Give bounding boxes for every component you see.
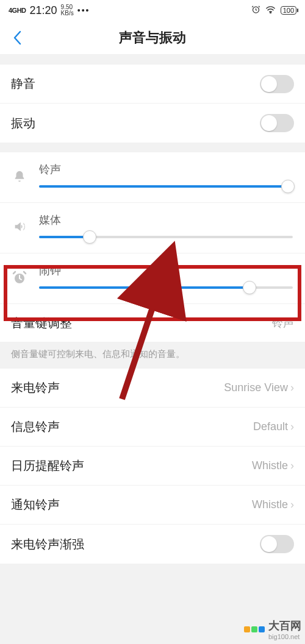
silent-label: 静音 [11,76,35,92]
notify-ringtone-row[interactable]: 通知铃声 Whistle› [0,486,305,525]
media-volume-label: 媒体 [39,213,293,227]
volume-section: 铃声 媒体 闹钟 [0,152,305,303]
section-gap [0,55,305,65]
back-button[interactable] [5,21,29,54]
svg-point-1 [270,12,270,13]
silent-row[interactable]: 静音 [0,65,305,104]
mode-section: 静音 振动 [0,65,305,143]
chevron-left-icon [13,30,21,45]
media-volume-row: 媒体 [0,203,305,253]
chevron-right-icon: › [290,459,294,472]
more-icon: ••• [77,5,90,15]
wifi-icon [265,5,276,15]
ringtone-volume-label: 铃声 [39,162,293,177]
battery-indicator: 100 [281,6,296,15]
incoming-ringtone-row[interactable]: 来电铃声 Sunrise View› [0,369,305,408]
chevron-right-icon: › [290,381,294,394]
chevron-right-icon: › [290,498,294,511]
chevron-right-icon: › [290,420,294,433]
volume-key-desc: 侧音量键可控制来电、信息和通知的音量。 [0,342,305,369]
alarm-volume-label: 闹钟 [39,263,293,278]
alarm-volume-slider[interactable] [39,286,293,289]
page-title: 声音与振动 [0,29,305,47]
section-gap [0,143,305,152]
ringtone-volume-row: 铃声 [0,152,305,203]
network-indicator: 4GHD [9,7,26,14]
status-left: 4GHD 21:20 9.50 KB/s ••• [9,4,90,17]
header: 声音与振动 [0,21,305,55]
watermark-logo [244,626,265,632]
watermark: 大百网 big100.net [244,618,301,640]
volume-key-value: 铃声 [272,316,294,330]
alarm-volume-row: 闹钟 [0,253,305,303]
speaker-icon [11,213,28,233]
message-ringtone-row[interactable]: 信息铃声 Default› [0,408,305,447]
clock-icon [11,263,28,285]
volume-key-label: 音量键调整 [11,315,72,331]
bell-icon [11,162,28,184]
media-volume-slider[interactable] [39,236,293,238]
vibrate-label: 振动 [11,115,35,132]
volume-key-row[interactable]: 音量键调整 铃声 [0,303,305,342]
status-time: 21:20 [30,4,57,17]
net-speed: 9.50 KB/s [61,4,74,16]
status-right: 100 [251,5,296,16]
calendar-ringtone-row[interactable]: 日历提醒铃声 Whistle› [0,447,305,486]
status-bar: 4GHD 21:20 9.50 KB/s ••• 100 [0,0,305,21]
alarm-status-icon [251,5,260,16]
ringtone-section: 来电铃声 Sunrise View› 信息铃声 Default› 日历提醒铃声 … [0,369,305,564]
ringtone-volume-slider[interactable] [39,185,293,188]
crescendo-row[interactable]: 来电铃声渐强 [0,525,305,564]
crescendo-toggle[interactable] [260,535,294,553]
vibrate-row[interactable]: 振动 [0,104,305,143]
silent-toggle[interactable] [260,75,294,93]
vibrate-toggle[interactable] [260,114,294,132]
